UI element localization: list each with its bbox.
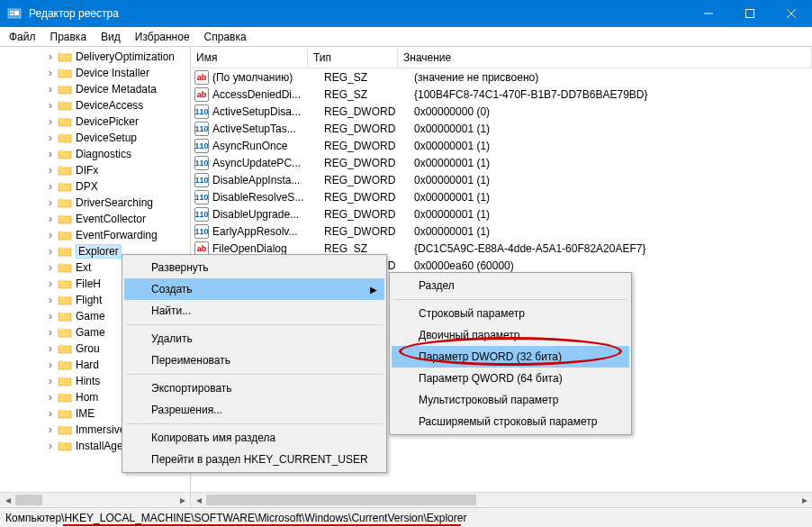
column-type[interactable]: Тип: [308, 47, 398, 68]
expander-icon[interactable]: ›: [45, 294, 56, 306]
expander-icon[interactable]: ›: [45, 326, 56, 339]
expander-icon[interactable]: ›: [45, 245, 56, 258]
value-type: REG_DWORD: [324, 157, 414, 169]
scroll-right-icon[interactable]: ▸: [797, 493, 812, 507]
submenu-arrow-icon: ▶: [370, 285, 377, 295]
list-row[interactable]: 110AsyncRunOnceREG_DWORD0x00000001 (1): [191, 137, 812, 154]
expander-icon[interactable]: ›: [45, 115, 56, 128]
list-row[interactable]: 110AsyncUpdatePC...REG_DWORD0x00000001 (…: [191, 154, 812, 171]
tree-item[interactable]: ›DeliveryOptimization: [0, 49, 190, 65]
expander-icon[interactable]: ›: [45, 440, 56, 452]
sub-dword[interactable]: Параметр DWORD (32 бита): [392, 346, 629, 368]
tree-item[interactable]: ›DriverSearching: [0, 195, 190, 211]
menu-help[interactable]: Справка: [197, 29, 254, 45]
value-type: REG_DWORD: [324, 174, 414, 186]
folder-icon: [58, 50, 72, 63]
list-row[interactable]: 110ActiveSetupDisa...REG_DWORD0x00000000…: [191, 103, 812, 120]
column-name[interactable]: Имя: [191, 47, 308, 68]
list-row[interactable]: 110EarlyAppResolv...REG_DWORD0x00000001 …: [191, 223, 812, 240]
expander-icon[interactable]: ›: [45, 229, 56, 241]
expander-icon[interactable]: ›: [45, 423, 56, 436]
expander-icon[interactable]: ›: [45, 375, 56, 387]
ctx-goto-hkcu[interactable]: Перейти в раздел HKEY_CURRENT_USER: [124, 449, 384, 470]
expander-icon[interactable]: ›: [45, 148, 56, 160]
value-name: ActiveSetupDisa...: [212, 105, 324, 118]
minimize-button[interactable]: [688, 0, 729, 27]
ctx-expand[interactable]: Развернуть: [124, 257, 384, 278]
expander-icon[interactable]: ›: [45, 50, 56, 63]
value-type: REG_DWORD: [324, 105, 414, 118]
tree-item-label: DIFx: [76, 164, 98, 177]
list-row[interactable]: 110DisableResolveS...REG_DWORD0x00000001…: [191, 188, 812, 205]
expander-icon[interactable]: ›: [45, 132, 56, 144]
ctx-copy-key[interactable]: Копировать имя раздела: [124, 427, 384, 449]
ctx-delete[interactable]: Удалить: [124, 328, 384, 350]
sub-multi[interactable]: Мультистроковый параметр: [392, 389, 629, 411]
expander-icon[interactable]: ›: [45, 196, 56, 209]
sub-key[interactable]: Раздел: [392, 275, 629, 296]
sub-expand[interactable]: Расширяемый строковый параметр: [392, 411, 629, 432]
tree-item[interactable]: ›Device Installer: [0, 65, 190, 81]
expander-icon[interactable]: ›: [45, 277, 56, 290]
tree-item[interactable]: ›DeviceAccess: [0, 97, 190, 114]
menubar: Файл Правка Вид Избранное Справка: [0, 27, 812, 47]
tree-item-label: DPX: [76, 180, 98, 193]
expander-icon[interactable]: ›: [45, 180, 56, 193]
tree-item-label: Game: [76, 310, 105, 323]
list-row[interactable]: abAccessDeniedDi...REG_SZ{100B4FC8-74C1-…: [191, 86, 812, 103]
tree-item[interactable]: ›DevicePicker: [0, 114, 190, 130]
tree-item-label: Flight: [76, 294, 102, 306]
tree-item[interactable]: ›DPX: [0, 178, 190, 195]
expander-icon[interactable]: ›: [45, 83, 56, 95]
folder-icon: [58, 359, 72, 371]
value-name: AsyncUpdatePC...: [212, 157, 324, 169]
tree-item[interactable]: ›DeviceSetup: [0, 130, 190, 146]
string-value-icon: ab: [194, 70, 209, 85]
ctx-permissions[interactable]: Разрешения...: [124, 399, 384, 421]
scroll-left-icon[interactable]: ◂: [191, 493, 206, 507]
tree-item[interactable]: ›Device Metadata: [0, 81, 190, 97]
scroll-left-icon[interactable]: ◂: [0, 493, 15, 507]
expander-icon[interactable]: ›: [45, 164, 56, 177]
expander-icon[interactable]: ›: [45, 391, 56, 404]
ctx-rename[interactable]: Переименовать: [124, 350, 384, 371]
tree-item-label: Device Installer: [76, 67, 149, 79]
tree-hscrollbar[interactable]: ◂ ▸: [0, 492, 190, 507]
close-button[interactable]: [771, 0, 812, 27]
sub-qword[interactable]: Параметр QWORD (64 бита): [392, 368, 629, 389]
sub-binary[interactable]: Двоичный параметр: [392, 324, 629, 346]
expander-icon[interactable]: ›: [45, 342, 56, 355]
menu-favorites[interactable]: Избранное: [128, 29, 197, 45]
column-value[interactable]: Значение: [398, 47, 812, 68]
menu-view[interactable]: Вид: [94, 29, 128, 45]
binary-value-icon: 110: [194, 122, 209, 136]
tree-item-label: Hints: [76, 375, 100, 387]
menu-edit[interactable]: Правка: [43, 29, 95, 45]
ctx-find[interactable]: Найти...: [124, 300, 384, 322]
list-row[interactable]: 110ActiveSetupTas...REG_DWORD0x00000001 …: [191, 120, 812, 137]
list-row[interactable]: 110DisableUpgrade...REG_DWORD0x00000001 …: [191, 205, 812, 223]
tree-item[interactable]: ›EventCollector: [0, 211, 190, 227]
expander-icon[interactable]: ›: [45, 99, 56, 112]
menu-separator: [126, 374, 383, 375]
expander-icon[interactable]: ›: [45, 407, 56, 420]
expander-icon[interactable]: ›: [45, 310, 56, 323]
ctx-create[interactable]: Создать▶: [124, 278, 384, 300]
tree-item[interactable]: ›EventForwarding: [0, 227, 190, 243]
list-row[interactable]: ab(По умолчанию)REG_SZ(значение не присв…: [191, 68, 812, 86]
ctx-export[interactable]: Экспортировать: [124, 377, 384, 399]
tree-item[interactable]: ›Diagnostics: [0, 146, 190, 162]
list-hscrollbar[interactable]: ◂ ▸: [191, 492, 812, 507]
tree-item-label: DriverSearching: [76, 196, 153, 209]
maximize-button[interactable]: [729, 0, 771, 27]
expander-icon[interactable]: ›: [45, 213, 56, 225]
list-row[interactable]: 110DisableAppInsta...REG_DWORD0x00000001…: [191, 171, 812, 188]
menu-file[interactable]: Файл: [2, 29, 43, 45]
sub-string[interactable]: Строковый параметр: [392, 303, 629, 324]
expander-icon[interactable]: ›: [45, 67, 56, 79]
tree-item[interactable]: ›DIFx: [0, 162, 190, 178]
scroll-right-icon[interactable]: ▸: [175, 493, 190, 507]
expander-icon[interactable]: ›: [45, 261, 56, 274]
expander-icon[interactable]: ›: [45, 359, 56, 371]
tree-item-label: DeviceSetup: [76, 132, 137, 144]
